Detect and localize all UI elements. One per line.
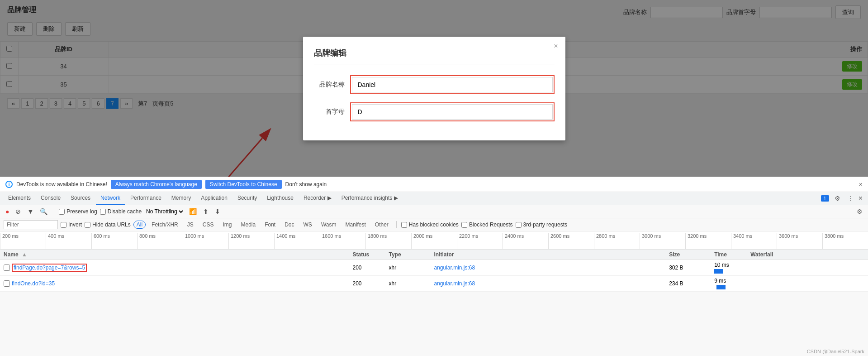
disable-cache-label[interactable]: Disable cache [100,208,142,215]
timeline: 200 ms400 ms600 ms800 ms1000 ms1200 ms14… [0,231,868,250]
tab-sources[interactable]: Sources [66,192,95,205]
filter-input[interactable] [4,220,58,229]
filter-type-doc[interactable]: Doc [281,221,297,229]
timeline-tick: 1000 ms [183,233,228,249]
hide-data-urls-checkbox[interactable] [85,222,90,228]
stop-button[interactable]: ⊘ [14,207,23,216]
timeline-tick: 800 ms [137,233,183,249]
initiator-link[interactable]: angular.min.js:68 [434,280,475,287]
network-col-type: xhr [385,279,431,289]
third-party-text: 3rd-party requests [523,221,567,228]
modal-overlay: 品牌编辑 × 品牌名称 首字母 [0,0,868,177]
col-waterfall-header: Waterfall [747,250,868,260]
blocked-cookies-label[interactable]: Has blocked cookies [401,221,459,228]
info-icon: i [5,181,13,188]
network-rows: findPage.do?page=7&rows=5 200 xhr angula… [0,260,868,292]
timeline-tick: 2200 ms [457,233,503,249]
tab-performance[interactable]: Performance [126,192,166,205]
tab-network[interactable]: Network [96,192,125,205]
timeline-tick: 3800 ms [822,233,868,249]
initiator-link[interactable]: angular.min.js:68 [434,265,475,271]
waterfall-bar [714,269,723,274]
preserve-log-text: Preserve log [66,208,97,215]
tab-memory[interactable]: Memory [167,192,195,205]
devtools-close-button[interactable]: × [857,193,864,203]
disable-cache-text: Disable cache [108,208,142,215]
match-language-button[interactable]: Always match Chrome's language [111,180,202,189]
export-button[interactable]: ⬇ [213,207,222,216]
filter-type-other[interactable]: Other [372,221,392,229]
network-col-time: 9 ms [711,276,747,291]
filter-type-css[interactable]: CSS [199,221,217,229]
tab-lighthouse[interactable]: Lighthouse [262,192,298,205]
filter-type-manifest[interactable]: Manifest [342,221,369,229]
csdn-watermark: CSDN @Daniel521-Spark [807,349,864,354]
dont-show-again-button[interactable]: Don't show again [285,181,327,188]
network-row-checkbox[interactable] [4,280,10,287]
initial-field[interactable] [352,104,553,120]
devtools-more-button[interactable]: ⋮ [846,194,856,203]
network-col-initiator: angular.min.js:68 [431,279,666,289]
filter-type-js[interactable]: JS [184,221,197,229]
filter-type-wasm[interactable]: Wasm [318,221,340,229]
network-col-time: 10 ms [711,260,747,275]
preserve-log-checkbox[interactable] [59,209,65,215]
preserve-log-label[interactable]: Preserve log [59,208,97,215]
network-row-name[interactable]: findOne.do?id=35 [12,280,55,287]
network-row-name[interactable]: findPage.do?page=7&rows=5 [12,264,87,272]
app-area: 品牌管理 新建 删除 刷新 品牌名称 品牌首字母 查询 品牌ID 操作 34 [0,0,868,177]
col-type-header: Type [385,250,431,260]
search-button[interactable]: 🔍 [38,207,49,216]
blocked-cookies-text: Has blocked cookies [409,221,459,228]
col-time-header: Time [711,250,747,260]
timeline-tick: 2400 ms [503,233,548,249]
network-row-checkbox[interactable] [4,265,10,271]
separator-1 [54,208,54,215]
import-button[interactable]: ⬆ [201,207,210,216]
invert-checkbox[interactable] [61,222,66,228]
throttle-select[interactable]: No Throttling [144,208,185,215]
switch-devtools-button[interactable]: Switch DevTools to Chinese [205,180,282,189]
network-row[interactable]: findOne.do?id=35 200 xhr angular.min.js:… [0,276,868,292]
invert-checkbox-label[interactable]: Invert [61,221,82,228]
blocked-requests-text: Blocked Requests [469,221,513,228]
filter-toggle-button[interactable]: ▼ [25,207,35,216]
devtools-settings-button[interactable]: ⚙ [833,194,842,203]
tab-performance-insights[interactable]: Performance insights ▶ [337,192,403,205]
wifi-icon-button[interactable]: 📶 [187,207,199,216]
timeline-ticks: 200 ms400 ms600 ms800 ms1000 ms1200 ms14… [0,231,868,249]
filter-type-ws[interactable]: WS [300,221,315,229]
blocked-requests-label[interactable]: Blocked Requests [461,221,513,228]
modal-close-button[interactable]: × [554,42,558,50]
tab-elements[interactable]: Elements [4,192,35,205]
hide-data-urls-label[interactable]: Hide data URLs [85,221,131,228]
network-col-initiator: angular.min.js:68 [431,263,666,273]
tab-security[interactable]: Security [233,192,261,205]
modal: 品牌编辑 × 品牌名称 首字母 [303,37,565,140]
chat-badge[interactable]: 1 [821,195,829,202]
col-size-header: Size [665,250,711,260]
filter-type-img[interactable]: Img [219,221,235,229]
network-col-waterfall [747,266,868,269]
timeline-tick: 2000 ms [411,233,457,249]
network-row[interactable]: findPage.do?page=7&rows=5 200 xhr angula… [0,260,868,276]
filter-type-font[interactable]: Font [261,221,279,229]
brand-name-field[interactable] [352,77,553,92]
third-party-label[interactable]: 3rd-party requests [516,221,567,228]
filter-type-media[interactable]: Media [237,221,259,229]
timeline-tick: 200 ms [0,233,46,249]
tab-application[interactable]: Application [196,192,232,205]
info-banner: i DevTools is now available in Chinese! … [0,177,868,192]
filter-type-all[interactable]: All [133,221,146,229]
blocked-cookies-checkbox[interactable] [401,222,407,228]
network-settings-button[interactable]: ⚙ [855,207,864,216]
form-row-brand-name: 品牌名称 [314,75,555,94]
record-button[interactable]: ● [4,207,11,216]
tab-console[interactable]: Console [36,192,65,205]
filter-type-xhr[interactable]: Fetch/XHR [148,221,181,229]
disable-cache-checkbox[interactable] [100,209,106,215]
blocked-requests-checkbox[interactable] [461,222,467,228]
third-party-checkbox[interactable] [516,222,522,228]
tab-recorder[interactable]: Recorder ▶ [299,192,336,205]
banner-close-button[interactable]: × [859,181,863,188]
